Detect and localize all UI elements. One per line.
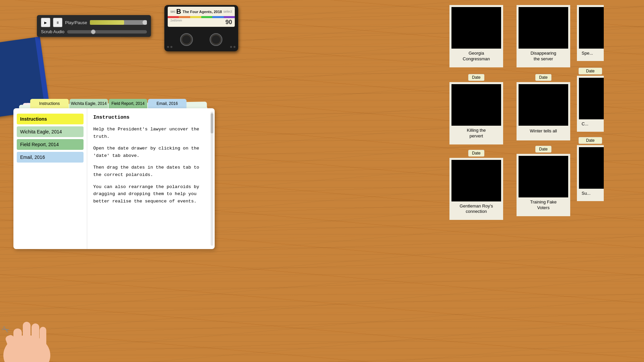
polaroid-georgia-congressman[interactable]: GeorgiaCongressman bbox=[449, 5, 503, 67]
polaroid-caption-disappearing: Disappearingthe server bbox=[517, 49, 570, 67]
polaroid-column-1: GeorgiaCongressman Date Killing theperve… bbox=[443, 5, 510, 225]
content-para-4: You can also rearrange the polaroids by … bbox=[93, 183, 209, 205]
tab-email[interactable]: Email, 2016 bbox=[148, 99, 186, 108]
cassette-reel-right bbox=[210, 33, 222, 46]
polaroid-column-3: Spe... Date C... Date Su... bbox=[577, 5, 604, 225]
date-badge-6[interactable]: Date bbox=[579, 137, 602, 144]
polaroid-caption-gentleman: Gentleman Roy'sconnection bbox=[449, 201, 503, 220]
pause-button[interactable]: ⏸ bbox=[53, 18, 62, 27]
play-icon: ▶ bbox=[44, 21, 47, 24]
cassette-reel-left bbox=[180, 33, 193, 46]
cassette-side-label: sec bbox=[170, 10, 176, 13]
cassette-dots-left bbox=[167, 46, 172, 48]
tab-field-report[interactable]: Field Report, 2014 bbox=[109, 99, 147, 108]
polaroid-partial-1[interactable]: Spe... bbox=[577, 5, 604, 61]
polaroid-winter-tells[interactable]: Date Winter tells all bbox=[517, 74, 570, 140]
svg-rect-2 bbox=[23, 322, 31, 355]
pause-icon: ⏸ bbox=[56, 21, 59, 24]
scroll-thumb[interactable] bbox=[211, 113, 213, 133]
card-content: Instructions Help the President's lawyer… bbox=[87, 108, 215, 249]
date-badge-2[interactable]: Date bbox=[468, 150, 484, 157]
folder-panel: Instructions Wichita Eagle, 2014 Field R… bbox=[13, 99, 228, 249]
sidebar-email[interactable]: Email, 2016 bbox=[17, 152, 84, 163]
cassette-select: select bbox=[223, 10, 232, 13]
sidebar-wichita[interactable]: Wichita Eagle, 2014 bbox=[17, 126, 84, 137]
date-badge-1[interactable]: Date bbox=[468, 74, 484, 81]
polaroid-gentleman-roy[interactable]: Date Gentleman Roy'sconnection bbox=[449, 150, 503, 220]
scrub-knob[interactable] bbox=[91, 29, 96, 34]
polaroid-photo-6 bbox=[517, 154, 570, 197]
scrollbar[interactable] bbox=[211, 112, 213, 246]
cassette-container: sec B The Four Agents, 2018 select 2x65m… bbox=[164, 5, 238, 54]
polaroid-caption-georgia: GeorgiaCongressman bbox=[449, 49, 503, 67]
tab-wichita[interactable]: Wichita Eagle, 2014 bbox=[69, 99, 108, 108]
tab-instructions[interactable]: Instructions bbox=[30, 99, 69, 108]
content-para-1: Help the President's lawyer uncover the … bbox=[93, 126, 209, 140]
cassette-title: The Four Agents, 2018 bbox=[181, 10, 223, 14]
cassette-duration: 90 bbox=[225, 19, 232, 26]
card-sidebar: Instructions Wichita Eagle, 2014 Field R… bbox=[13, 108, 87, 249]
polaroid-disappearing-server[interactable]: Disappearingthe server bbox=[517, 5, 570, 67]
polaroid-photo-4 bbox=[517, 5, 570, 49]
content-title: Instructions bbox=[93, 114, 209, 122]
progress-fill bbox=[90, 20, 124, 25]
audio-player: ▶ ⏸ Play/Pause Scrub Audio bbox=[37, 15, 151, 37]
polaroids-area: GeorgiaCongressman Date Killing theperve… bbox=[443, 0, 644, 362]
polaroid-caption-killing: Killing thepervert bbox=[449, 126, 503, 144]
cassette: sec B The Four Agents, 2018 select 2x65m… bbox=[164, 5, 238, 51]
progress-knob[interactable] bbox=[142, 20, 147, 25]
polaroid-column-2: Disappearingthe server Date Winter tells… bbox=[510, 5, 577, 225]
polaroid-photo-3 bbox=[449, 158, 503, 201]
polaroid-photo-2 bbox=[449, 82, 503, 126]
cassette-side: B bbox=[176, 8, 181, 15]
date-badge-4[interactable]: Date bbox=[535, 146, 551, 153]
card-body: Instructions Wichita Eagle, 2014 Field R… bbox=[13, 108, 215, 249]
polaroid-photo-5 bbox=[517, 82, 570, 126]
scrub-slider[interactable] bbox=[67, 30, 147, 34]
polaroid-partial-2[interactable]: Date C... bbox=[577, 68, 604, 132]
polaroid-caption-winter: Winter tells all bbox=[517, 126, 570, 140]
play-pause-label: Play/Pause bbox=[65, 20, 87, 25]
progress-bar[interactable] bbox=[90, 20, 147, 25]
cassette-label: sec B The Four Agents, 2018 select 2x65m… bbox=[168, 7, 235, 27]
content-para-3: Then drag the dates in the dates tab to … bbox=[93, 164, 209, 178]
polaroid-photo bbox=[449, 5, 503, 49]
play-button[interactable]: ▶ bbox=[41, 18, 50, 27]
polaroid-caption-training: Training FakeVoters bbox=[517, 197, 570, 216]
svg-rect-4 bbox=[40, 327, 46, 355]
date-badge-5[interactable]: Date bbox=[579, 68, 602, 74]
sidebar-instructions[interactable]: Instructions bbox=[17, 114, 84, 124]
content-para-2: Open the date drawer by clicking on the … bbox=[93, 145, 209, 159]
polaroid-training-fake[interactable]: Date Training FakeVoters bbox=[517, 146, 570, 216]
tabs-row: Instructions Wichita Eagle, 2014 Field R… bbox=[30, 99, 228, 108]
cassette-reels bbox=[164, 33, 238, 46]
svg-rect-3 bbox=[32, 323, 39, 355]
date-badge-3[interactable]: Date bbox=[535, 74, 551, 81]
cassette-dims: 2x65mm bbox=[170, 19, 182, 26]
cassette-dots-right bbox=[230, 46, 235, 48]
polaroid-partial-3[interactable]: Date Su... bbox=[577, 137, 604, 201]
polaroid-killing-pervert[interactable]: Date Killing thepervert bbox=[449, 74, 503, 144]
scrub-label: Scrub Audio bbox=[41, 29, 64, 34]
sidebar-field-report[interactable]: Field Report, 2014 bbox=[17, 139, 84, 150]
